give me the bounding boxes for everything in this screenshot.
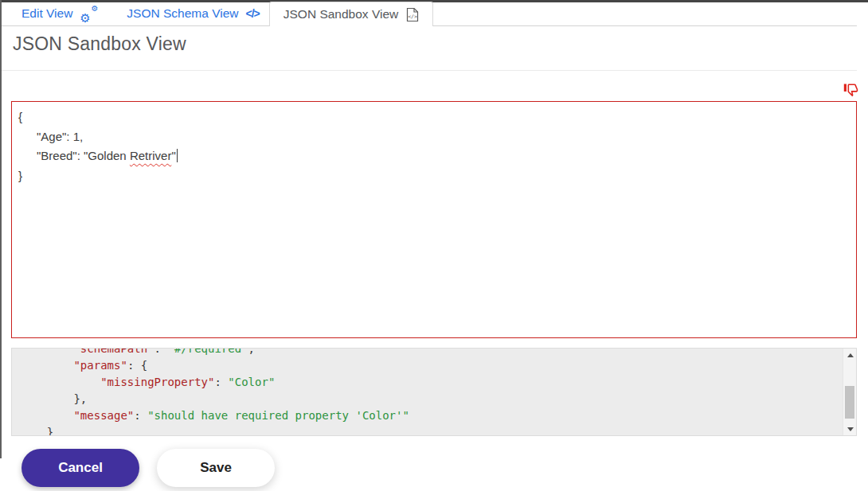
error-line: "schemaPath": "#/required", <box>20 348 856 357</box>
tab-json-schema-view-label: JSON Schema View <box>127 6 238 21</box>
scrollbar-thumb[interactable] <box>845 386 854 419</box>
editor-close-brace: } <box>18 169 22 182</box>
header-divider <box>0 70 857 71</box>
editor-age-line: "Age": 1, <box>37 130 83 143</box>
error-json-output: "schemaPath": "#/required", "params": { … <box>12 348 856 436</box>
misspelled-word: Retriver <box>130 149 172 162</box>
json-sandbox-page: Edit View ⚙⚙ JSON Schema View </> JSON S… <box>0 0 868 491</box>
triangle-up-icon <box>847 353 854 357</box>
error-line: "params": { <box>20 357 856 374</box>
gear-large-glyph: ⚙ <box>80 12 90 24</box>
error-line: } <box>20 424 856 436</box>
action-button-row: Cancel Save <box>22 449 275 487</box>
tab-json-sandbox-view[interactable]: JSON Sandbox View </> <box>269 2 433 26</box>
editor-breed-suffix: " <box>171 149 175 162</box>
json-editor[interactable]: { "Age": 1, "Breed": "Golden Retriver" } <box>11 101 857 338</box>
file-code-icon: </> <box>406 7 419 22</box>
triangle-down-icon <box>847 427 854 431</box>
view-tabbar: Edit View ⚙⚙ JSON Schema View </> JSON S… <box>0 0 868 27</box>
editor-line: { <box>18 107 850 127</box>
tab-json-schema-view[interactable]: JSON Schema View </> <box>127 6 259 21</box>
cancel-button[interactable]: Cancel <box>22 449 139 487</box>
scroll-up-button[interactable] <box>843 349 857 361</box>
error-line: "message": "should have required propert… <box>20 407 856 424</box>
tab-json-sandbox-view-label: JSON Sandbox View <box>283 7 398 21</box>
error-line: "missingProperty": "Color" <box>20 374 856 391</box>
save-button[interactable]: Save <box>157 449 275 487</box>
validation-error-panel[interactable]: "schemaPath": "#/required", "params": { … <box>11 348 857 436</box>
text-cursor <box>177 149 178 162</box>
svg-text:</>: </> <box>408 13 417 19</box>
editor-line: "Breed": "Golden Retriver" <box>18 146 850 166</box>
validation-status <box>843 82 858 97</box>
gears-icon: ⚙⚙ <box>80 6 98 21</box>
editor-open-brace: { <box>18 110 22 123</box>
page-title: JSON Sandbox View <box>13 33 186 55</box>
left-edge-border <box>0 0 2 458</box>
editor-breed-prefix: "Breed": "Golden <box>37 149 130 162</box>
error-line: }, <box>20 391 856 407</box>
scroll-down-button[interactable] <box>843 423 857 435</box>
error-panel-scrollbar[interactable] <box>843 349 856 435</box>
editor-line: } <box>18 166 850 186</box>
tab-edit-view-label: Edit View <box>22 6 72 21</box>
gear-small-glyph: ⚙ <box>91 5 98 13</box>
thumbs-down-icon <box>843 82 858 97</box>
tab-edit-view[interactable]: Edit View ⚙⚙ <box>22 6 98 21</box>
code-icon: </> <box>245 7 259 20</box>
editor-line: "Age": 1, <box>18 127 850 147</box>
